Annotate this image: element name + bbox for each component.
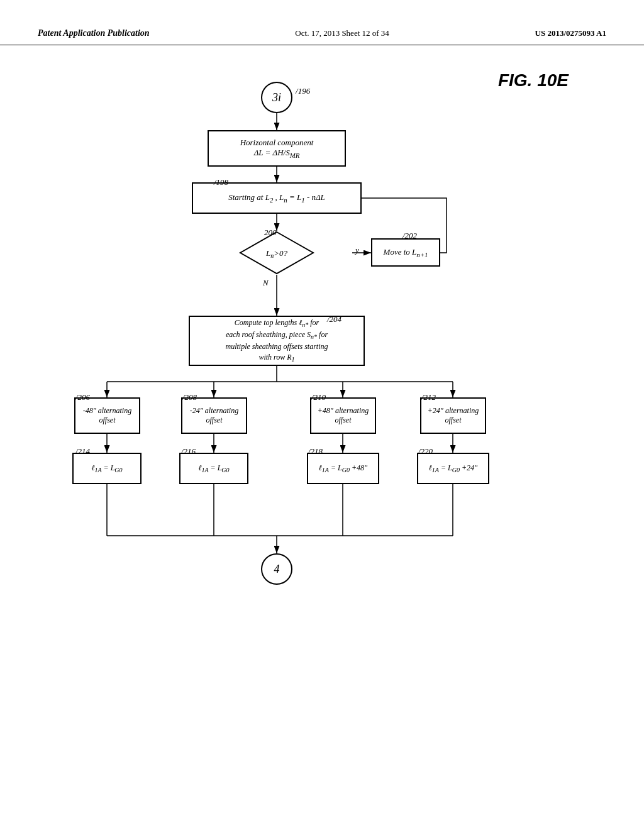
ref-198: /198 <box>214 177 228 187</box>
header-left-label: Patent Application Publication <box>38 28 150 38</box>
ref-204: /204 <box>327 314 341 324</box>
box-compute-text: Compute top lengths ℓn* for each roof sh… <box>225 318 328 365</box>
fig-label: FIG. 10E <box>498 70 569 91</box>
box-neg48-offset: -48" alternatingoffset <box>74 397 140 434</box>
box-eq1-text: ℓ1A = LG0 <box>91 463 122 473</box>
box-eq3: ℓ1A = LG0 +48" <box>307 453 379 484</box>
box-eq4-text: ℓ1A = LG0 +24" <box>429 463 477 473</box>
ref-196: /196 <box>296 86 310 96</box>
start-circle-label: 3i <box>272 91 281 104</box>
box-eq1: ℓ1A = LG0 <box>72 453 142 484</box>
ref-208: /208 <box>182 392 197 402</box>
ref-212: /212 <box>421 392 436 402</box>
box-eq3-text: ℓ1A = LG0 +48" <box>319 463 367 473</box>
end-circle-label: 4 <box>274 563 280 576</box>
end-circle: 4 <box>261 553 292 585</box>
svg-text:Ln>0?: Ln>0? <box>265 248 288 259</box>
header-right-label: US 2013/0275093 A1 <box>535 28 606 38</box>
box-pos48-text: +48" alternatingoffset <box>318 406 369 425</box>
ref-206: /206 <box>75 392 90 402</box>
box-neg24-text: -24" alternatingoffset <box>190 406 238 425</box>
box-move-text: Move to Ln+1 <box>384 247 428 258</box>
no-label: N <box>263 278 269 288</box>
box-eq2-text: ℓ1A = LG0 <box>198 463 229 473</box>
ref-200: 200 <box>264 228 277 238</box>
header-center-label: Oct. 17, 2013 Sheet 12 of 34 <box>295 28 389 38</box>
box-eq2: ℓ1A = LG0 <box>179 453 248 484</box>
box-move-to-ln1: Move to Ln+1 <box>371 238 440 267</box>
start-circle: 3i <box>261 82 292 113</box>
box-eq4: ℓ1A = LG0 +24" <box>417 453 489 484</box>
page: Patent Application Publication Oct. 17, … <box>0 0 644 830</box>
box-horizontal-component: Horizontal component ΔL = ΔH/SMR <box>208 130 346 167</box>
ref-202: /202 <box>402 231 417 241</box>
box-pos48-offset: +48" alternatingoffset <box>310 397 376 434</box>
box2-text: Starting at L2 , Ln = L1 - nΔL <box>228 192 325 204</box>
diagram-area: FIG. 10E <box>0 45 644 775</box>
box-pos24-text: +24" alternatingoffset <box>428 406 479 425</box>
yes-label: y <box>355 245 359 255</box>
box1-text: Horizontal component ΔL = ΔH/SMR <box>240 138 314 159</box>
box-pos24-offset: +24" alternatingoffset <box>420 397 486 434</box>
diamond-ln-gt-0: Ln>0? <box>239 231 314 275</box>
ref-210: /210 <box>311 392 326 402</box>
box-neg24-offset: -24" alternatingoffset <box>181 397 247 434</box>
header: Patent Application Publication Oct. 17, … <box>0 0 644 45</box>
box-neg48-text: -48" alternatingoffset <box>83 406 131 425</box>
